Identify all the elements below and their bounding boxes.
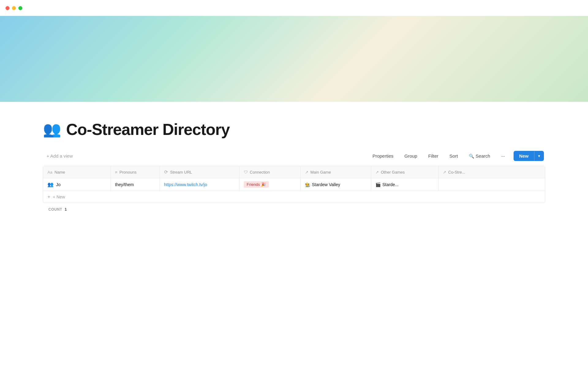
other-games-emoji: 🎬 [375, 182, 381, 187]
col-main-game-label: Main Game [311, 170, 331, 174]
cell-pronouns: they/them [111, 178, 160, 191]
add-view-label: + Add a view [47, 153, 73, 159]
connection-col-icon: 🛡 [244, 170, 248, 174]
col-header-co-stre[interactable]: ↗ Co-Stre... [438, 166, 545, 178]
cell-main-game: 🧑‍🌾Stardew Valley [300, 178, 371, 191]
table-row[interactable]: 👥 Jo they/them https://www.twitch.tv/jo … [43, 178, 545, 191]
col-header-pronouns[interactable]: ≡ Pronouns [111, 166, 160, 178]
col-header-main-game[interactable]: ↗ Main Game [300, 166, 371, 178]
col-header-other-games[interactable]: ↗ Other Games [371, 166, 438, 178]
traffic-light-red[interactable] [6, 6, 9, 10]
connection-badge: Friends 🎉 [244, 181, 269, 188]
other-games-value: Starde... [383, 182, 399, 187]
more-icon: ··· [501, 153, 505, 159]
toolbar-right: Properties Group Filter Sort 🔍 Search ··… [370, 151, 544, 161]
page-title-emoji: 👥 [43, 122, 61, 137]
main-game-emoji: 🧑‍🌾 [305, 182, 310, 187]
table-header-row: Aa Name ≡ Pronouns ⟳ Stream URL [43, 166, 545, 178]
stream-url-value: https://www.twitch.tv/jo [164, 182, 207, 187]
search-button[interactable]: 🔍 Search [466, 151, 493, 160]
sort-label: Sort [450, 153, 458, 159]
main-game-value: Stardew Valley [312, 182, 340, 187]
count-value: 1 [65, 207, 67, 212]
cell-name[interactable]: 👥 Jo [43, 178, 111, 191]
col-other-games-label: Other Games [381, 170, 405, 174]
new-dropdown-button[interactable]: ▾ [534, 151, 544, 161]
col-connection-label: Connection [250, 170, 270, 174]
filter-button[interactable]: Filter [426, 151, 441, 160]
toolbar: + Add a view Properties Group Filter Sor… [43, 151, 545, 161]
properties-button[interactable]: Properties [370, 151, 396, 160]
page-title: Co-Streamer Directory [66, 120, 230, 139]
col-co-stre-label: Co-Stre... [448, 170, 466, 174]
new-label: New [519, 153, 529, 159]
traffic-lights [6, 6, 22, 10]
new-button[interactable]: New [514, 151, 534, 161]
add-new-row-icon: + [47, 194, 50, 200]
cell-connection: Friends 🎉 [239, 178, 300, 191]
pronouns-value: they/them [115, 182, 134, 187]
col-name-label: Name [55, 170, 65, 174]
count-row: COUNT 1 [43, 203, 545, 216]
search-icon: 🔍 [469, 154, 474, 159]
name-value: Jo [56, 182, 61, 187]
page-title-row: 👥 Co-Streamer Directory [43, 120, 545, 139]
col-header-name[interactable]: Aa Name [43, 166, 111, 178]
main-game-col-icon: ↗ [305, 170, 308, 174]
col-header-stream-url[interactable]: ⟳ Stream URL [160, 166, 239, 178]
name-emoji: 👥 [47, 182, 54, 187]
col-stream-url-label: Stream URL [170, 170, 192, 174]
more-options-button[interactable]: ··· [499, 151, 508, 160]
traffic-light-yellow[interactable] [12, 6, 16, 10]
col-pronouns-label: Pronouns [119, 170, 137, 174]
new-button-group: New ▾ [514, 151, 544, 161]
stream-url-col-icon: ⟳ [164, 169, 168, 175]
add-new-row-label: + New [53, 194, 65, 199]
col-header-connection[interactable]: 🛡 Connection [239, 166, 300, 178]
co-stre-col-icon: ↗ [443, 170, 446, 174]
pronouns-col-icon: ≡ [115, 170, 118, 174]
cell-other-games: 🎬Starde... [371, 178, 438, 191]
filter-label: Filter [428, 153, 438, 159]
name-col-icon: Aa [47, 170, 52, 174]
cell-co-stre [438, 178, 545, 191]
cell-stream-url[interactable]: https://www.twitch.tv/jo [160, 178, 239, 191]
hero-banner [0, 16, 588, 102]
group-button[interactable]: Group [402, 151, 420, 160]
dropdown-icon: ▾ [538, 154, 540, 158]
data-table: Aa Name ≡ Pronouns ⟳ Stream URL [43, 166, 545, 191]
connection-value: Friends 🎉 [247, 182, 266, 187]
add-view-button[interactable]: + Add a view [44, 151, 75, 160]
other-games-col-icon: ↗ [375, 170, 379, 174]
properties-label: Properties [372, 153, 393, 159]
search-label: Search [476, 153, 490, 159]
database-table: Aa Name ≡ Pronouns ⟳ Stream URL [43, 166, 545, 203]
add-new-row-button[interactable]: + + New [43, 191, 545, 203]
group-label: Group [405, 153, 417, 159]
toolbar-left: + Add a view [44, 151, 75, 160]
traffic-light-green[interactable] [18, 6, 22, 10]
main-content: 👥 Co-Streamer Directory + Add a view Pro… [0, 102, 588, 228]
titlebar [0, 0, 588, 16]
count-label: COUNT [48, 207, 62, 212]
sort-button[interactable]: Sort [447, 151, 461, 160]
